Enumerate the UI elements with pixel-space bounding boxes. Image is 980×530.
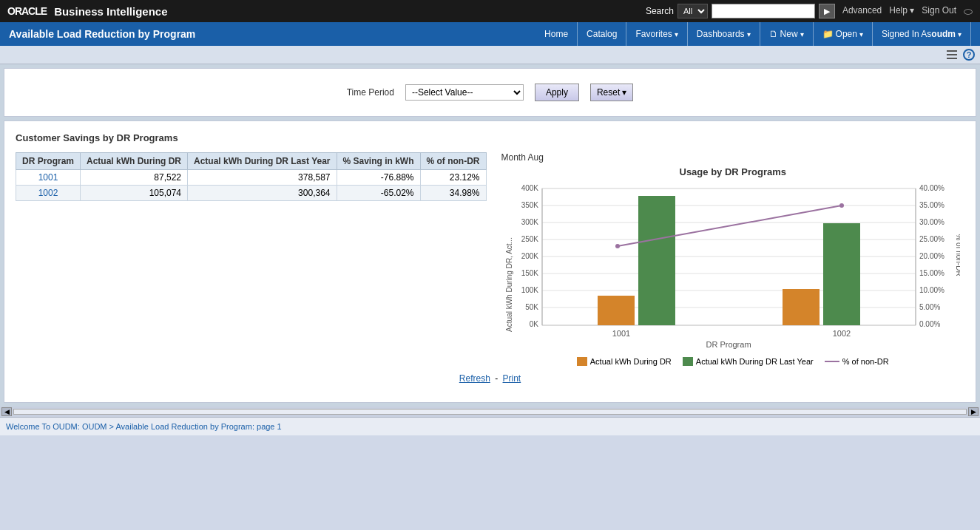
page-title: Available Load Reduction by Program [9, 28, 535, 40]
filter-panel: Time Period --Select Value-- Apply Reset… [4, 68, 976, 117]
section-title: Customer Savings by DR Programs [16, 132, 964, 143]
new-nav-link[interactable]: 🗋New ▾ [760, 22, 814, 46]
home-nav-link[interactable]: Home [535, 22, 578, 46]
svg-rect-1 [947, 54, 957, 55]
legend-pct-label: % of non-DR [842, 357, 889, 366]
bar-1001-last-year [638, 196, 675, 325]
bar-1001-actual [598, 296, 635, 325]
svg-text:1002: 1002 [832, 329, 850, 338]
cell-actual-kwh-last: 300,364 [188, 186, 337, 201]
scroll-track[interactable] [13, 409, 967, 415]
svg-text:20.00%: 20.00% [919, 252, 944, 260]
table-row: 1001 87,522 378,587 -76.88% 23.12% [16, 170, 487, 186]
cell-actual-kwh: 87,522 [81, 170, 188, 186]
svg-text:% of non-DR: % of non-DR [955, 234, 960, 276]
power-icon: ⬭ [964, 5, 973, 18]
col-header-program: DR Program [16, 153, 81, 170]
legend-pct-non-dr: % of non-DR [825, 357, 889, 366]
table-section: DR Program Actual kWh During DR Actual k… [16, 152, 487, 208]
help-link[interactable]: Help ▾ [889, 5, 914, 18]
username: oudm [931, 29, 956, 39]
col-header-pct-non-dr: % of non-DR [420, 153, 486, 170]
content-wrapper: ? Time Period --Select Value-- Apply Res… [0, 46, 980, 435]
svg-text:5.00%: 5.00% [919, 303, 940, 311]
svg-text:300K: 300K [521, 218, 538, 226]
catalog-nav-link[interactable]: Catalog [578, 22, 626, 46]
svg-rect-0 [947, 50, 957, 52]
time-period-select-wrapper: --Select Value-- [405, 84, 524, 101]
legend-actual-kwh-label: Actual kWh During DR [590, 357, 672, 366]
chart-section: DR Program Actual kWh During DR Actual k… [16, 152, 964, 366]
legend-last-year-kwh: Actual kWh During DR Last Year [683, 357, 814, 366]
help-icon[interactable]: ? [962, 48, 976, 61]
col-header-actual-kwh: Actual kWh During DR [81, 153, 188, 170]
col-header-pct-saving: % Saving in kWh [337, 153, 420, 170]
svg-text:200K: 200K [521, 252, 538, 260]
svg-text:0K: 0K [529, 320, 538, 328]
svg-text:15.00%: 15.00% [919, 269, 944, 277]
app-title: Business Intelligence [54, 5, 646, 18]
favorites-arrow: ▾ [675, 30, 678, 38]
search-scope-select[interactable]: All [677, 4, 708, 18]
bottom-links: Refresh - Print [16, 366, 964, 391]
chart-title: Usage by DR Programs [501, 166, 965, 177]
cell-actual-kwh: 105,074 [81, 186, 188, 201]
chart-month-label: Month Aug [501, 152, 965, 163]
new-arrow: ▾ [800, 30, 804, 38]
pct-dot-1002 [839, 203, 844, 208]
folder-icon: 📁 [822, 29, 834, 39]
chart-legend: Actual kWh During DR Actual kWh During D… [501, 357, 965, 366]
open-arrow: ▾ [859, 30, 863, 38]
search-button[interactable]: ▶ [819, 4, 835, 18]
reset-button[interactable]: Reset ▾ [590, 84, 633, 101]
refresh-link[interactable]: Refresh [459, 373, 490, 384]
svg-text:50K: 50K [525, 303, 538, 311]
main-panel: Customer Savings by DR Programs DR Progr… [4, 120, 976, 403]
legend-pct-line [825, 361, 839, 362]
search-input[interactable] [712, 4, 815, 18]
scroll-left-button[interactable]: ◀ [1, 407, 12, 416]
advanced-link[interactable]: Advanced [842, 5, 882, 18]
horizontal-scrollbar[interactable]: ◀ ▶ [0, 407, 980, 417]
reset-label: Reset [597, 87, 620, 98]
oracle-logo: ORACLE [7, 5, 47, 17]
signout-link[interactable]: Sign Out [922, 5, 956, 18]
top-nav-links: Advanced Help ▾ Sign Out ⬭ [842, 5, 973, 18]
apply-button[interactable]: Apply [535, 84, 579, 101]
legend-actual-kwh-box [577, 357, 587, 366]
cell-pct-saving: -65.02% [337, 186, 420, 201]
col-header-actual-kwh-last: Actual kWh During DR Last Year [188, 153, 337, 170]
toolbar-row: ? [0, 46, 980, 64]
dr-programs-table: DR Program Actual kWh During DR Actual k… [16, 152, 487, 201]
new-page-icon: 🗋 [769, 29, 778, 39]
cell-program[interactable]: 1001 [16, 170, 81, 186]
scroll-right-button[interactable]: ▶ [968, 407, 979, 416]
svg-text:150K: 150K [521, 269, 538, 277]
signed-in-label: Signed In As oudm ▾ [873, 22, 971, 46]
cell-pct-non-dr: 23.12% [420, 170, 486, 186]
cell-program[interactable]: 1002 [16, 186, 81, 201]
legend-last-year-box [683, 357, 693, 366]
legend-last-year-label: Actual kWh During DR Last Year [696, 357, 814, 366]
svg-text:350K: 350K [521, 201, 538, 209]
svg-text:10.00%: 10.00% [919, 286, 944, 294]
svg-text:250K: 250K [521, 235, 538, 243]
svg-text:0.00%: 0.00% [919, 320, 940, 328]
legend-actual-kwh: Actual kWh During DR [577, 357, 672, 366]
settings-icon[interactable] [945, 48, 959, 61]
dashboards-arrow: ▾ [747, 30, 751, 38]
favorites-nav-link[interactable]: Favorites ▾ [626, 22, 687, 46]
svg-text:30.00%: 30.00% [919, 218, 944, 226]
print-link[interactable]: Print [503, 373, 521, 384]
usage-chart: 400K 350K 300K 250K 200K 150K 100K 50K 0… [501, 181, 960, 351]
time-period-select[interactable]: --Select Value-- [405, 84, 524, 101]
bar-1002-last-year [823, 223, 860, 325]
bar-1002-actual [783, 289, 820, 325]
open-nav-link[interactable]: 📁Open ▾ [814, 22, 873, 46]
svg-text:100K: 100K [521, 286, 538, 294]
svg-text:40.00%: 40.00% [919, 184, 944, 192]
cell-actual-kwh-last: 378,587 [188, 170, 337, 186]
dashboards-nav-link[interactable]: Dashboards ▾ [688, 22, 760, 46]
time-period-label: Time Period [347, 87, 394, 98]
svg-text:400K: 400K [521, 184, 538, 192]
